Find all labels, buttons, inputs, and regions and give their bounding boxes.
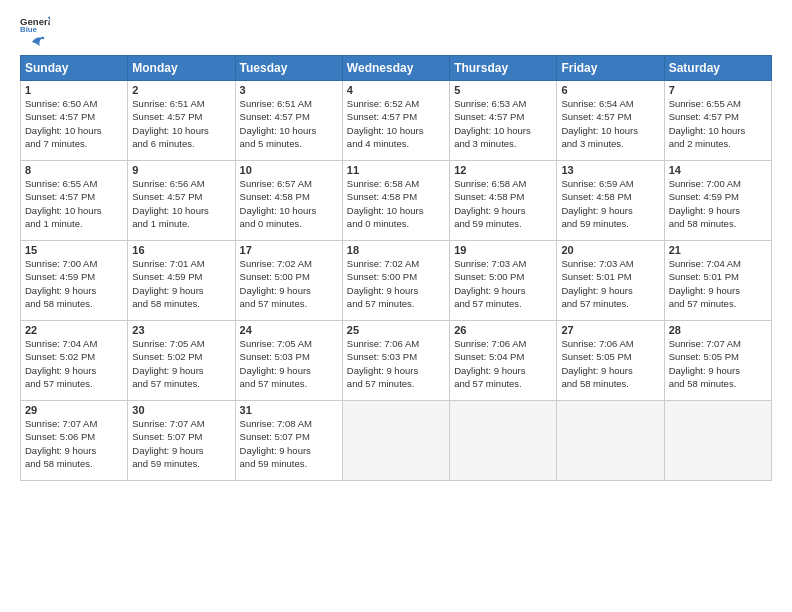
calendar-cell: 27Sunrise: 7:06 AMSunset: 5:05 PMDayligh… [557,321,664,401]
calendar-cell: 8Sunrise: 6:55 AMSunset: 4:57 PMDaylight… [21,161,128,241]
calendar-cell: 2Sunrise: 6:51 AMSunset: 4:57 PMDaylight… [128,81,235,161]
calendar-cell: 29Sunrise: 7:07 AMSunset: 5:06 PMDayligh… [21,401,128,481]
day-info: Sunrise: 7:06 AMSunset: 5:03 PMDaylight:… [347,337,445,390]
day-info: Sunrise: 7:07 AMSunset: 5:05 PMDaylight:… [669,337,767,390]
day-number: 2 [132,84,230,96]
day-info: Sunrise: 6:56 AMSunset: 4:57 PMDaylight:… [132,177,230,230]
calendar-cell: 13Sunrise: 6:59 AMSunset: 4:58 PMDayligh… [557,161,664,241]
day-number: 27 [561,324,659,336]
day-info: Sunrise: 6:52 AMSunset: 4:57 PMDaylight:… [347,97,445,150]
weekday-header-tuesday: Tuesday [235,56,342,81]
day-info: Sunrise: 6:53 AMSunset: 4:57 PMDaylight:… [454,97,552,150]
day-info: Sunrise: 7:05 AMSunset: 5:02 PMDaylight:… [132,337,230,390]
calendar-week-row: 29Sunrise: 7:07 AMSunset: 5:06 PMDayligh… [21,401,772,481]
header: General Blue [20,15,772,47]
weekday-header-row: SundayMondayTuesdayWednesdayThursdayFrid… [21,56,772,81]
calendar-cell: 30Sunrise: 7:07 AMSunset: 5:07 PMDayligh… [128,401,235,481]
day-number: 19 [454,244,552,256]
day-info: Sunrise: 7:00 AMSunset: 4:59 PMDaylight:… [669,177,767,230]
logo-bird-svg [22,35,44,49]
day-info: Sunrise: 6:59 AMSunset: 4:58 PMDaylight:… [561,177,659,230]
calendar-cell: 28Sunrise: 7:07 AMSunset: 5:05 PMDayligh… [664,321,771,401]
calendar-cell: 31Sunrise: 7:08 AMSunset: 5:07 PMDayligh… [235,401,342,481]
day-info: Sunrise: 7:04 AMSunset: 5:01 PMDaylight:… [669,257,767,310]
day-info: Sunrise: 7:03 AMSunset: 5:00 PMDaylight:… [454,257,552,310]
calendar-cell [342,401,449,481]
weekday-header-monday: Monday [128,56,235,81]
day-info: Sunrise: 7:02 AMSunset: 5:00 PMDaylight:… [240,257,338,310]
calendar-cell [450,401,557,481]
calendar-cell: 16Sunrise: 7:01 AMSunset: 4:59 PMDayligh… [128,241,235,321]
calendar-cell: 14Sunrise: 7:00 AMSunset: 4:59 PMDayligh… [664,161,771,241]
day-number: 5 [454,84,552,96]
day-info: Sunrise: 7:01 AMSunset: 4:59 PMDaylight:… [132,257,230,310]
day-number: 22 [25,324,123,336]
day-number: 26 [454,324,552,336]
day-number: 24 [240,324,338,336]
calendar-cell: 10Sunrise: 6:57 AMSunset: 4:58 PMDayligh… [235,161,342,241]
weekday-header-sunday: Sunday [21,56,128,81]
calendar-cell: 11Sunrise: 6:58 AMSunset: 4:58 PMDayligh… [342,161,449,241]
day-info: Sunrise: 6:55 AMSunset: 4:57 PMDaylight:… [25,177,123,230]
calendar-week-row: 22Sunrise: 7:04 AMSunset: 5:02 PMDayligh… [21,321,772,401]
day-number: 12 [454,164,552,176]
calendar-cell: 9Sunrise: 6:56 AMSunset: 4:57 PMDaylight… [128,161,235,241]
day-number: 25 [347,324,445,336]
calendar-cell: 6Sunrise: 6:54 AMSunset: 4:57 PMDaylight… [557,81,664,161]
calendar-cell: 17Sunrise: 7:02 AMSunset: 5:00 PMDayligh… [235,241,342,321]
day-number: 1 [25,84,123,96]
weekday-header-thursday: Thursday [450,56,557,81]
day-number: 4 [347,84,445,96]
weekday-header-friday: Friday [557,56,664,81]
day-info: Sunrise: 6:58 AMSunset: 4:58 PMDaylight:… [454,177,552,230]
logo-icon: General Blue [20,15,50,33]
day-number: 11 [347,164,445,176]
day-number: 29 [25,404,123,416]
calendar-week-row: 1Sunrise: 6:50 AMSunset: 4:57 PMDaylight… [21,81,772,161]
day-number: 23 [132,324,230,336]
day-info: Sunrise: 7:00 AMSunset: 4:59 PMDaylight:… [25,257,123,310]
calendar-week-row: 8Sunrise: 6:55 AMSunset: 4:57 PMDaylight… [21,161,772,241]
day-number: 10 [240,164,338,176]
calendar-cell: 26Sunrise: 7:06 AMSunset: 5:04 PMDayligh… [450,321,557,401]
calendar-cell: 1Sunrise: 6:50 AMSunset: 4:57 PMDaylight… [21,81,128,161]
day-number: 3 [240,84,338,96]
page: General Blue SundayMondayTuesdayWednesda… [0,0,792,612]
calendar-week-row: 15Sunrise: 7:00 AMSunset: 4:59 PMDayligh… [21,241,772,321]
day-info: Sunrise: 6:55 AMSunset: 4:57 PMDaylight:… [669,97,767,150]
day-number: 13 [561,164,659,176]
day-number: 9 [132,164,230,176]
day-info: Sunrise: 7:05 AMSunset: 5:03 PMDaylight:… [240,337,338,390]
day-number: 6 [561,84,659,96]
day-info: Sunrise: 7:03 AMSunset: 5:01 PMDaylight:… [561,257,659,310]
calendar-cell: 5Sunrise: 6:53 AMSunset: 4:57 PMDaylight… [450,81,557,161]
calendar-cell: 19Sunrise: 7:03 AMSunset: 5:00 PMDayligh… [450,241,557,321]
day-number: 17 [240,244,338,256]
weekday-header-saturday: Saturday [664,56,771,81]
calendar-cell: 15Sunrise: 7:00 AMSunset: 4:59 PMDayligh… [21,241,128,321]
day-number: 14 [669,164,767,176]
day-info: Sunrise: 6:50 AMSunset: 4:57 PMDaylight:… [25,97,123,150]
day-number: 7 [669,84,767,96]
day-number: 20 [561,244,659,256]
calendar-cell: 24Sunrise: 7:05 AMSunset: 5:03 PMDayligh… [235,321,342,401]
day-number: 30 [132,404,230,416]
day-info: Sunrise: 7:07 AMSunset: 5:06 PMDaylight:… [25,417,123,470]
day-number: 28 [669,324,767,336]
day-info: Sunrise: 6:54 AMSunset: 4:57 PMDaylight:… [561,97,659,150]
calendar-cell: 3Sunrise: 6:51 AMSunset: 4:57 PMDaylight… [235,81,342,161]
day-info: Sunrise: 6:51 AMSunset: 4:57 PMDaylight:… [132,97,230,150]
day-info: Sunrise: 7:08 AMSunset: 5:07 PMDaylight:… [240,417,338,470]
weekday-header-wednesday: Wednesday [342,56,449,81]
calendar-cell: 18Sunrise: 7:02 AMSunset: 5:00 PMDayligh… [342,241,449,321]
calendar-cell: 21Sunrise: 7:04 AMSunset: 5:01 PMDayligh… [664,241,771,321]
day-number: 8 [25,164,123,176]
day-info: Sunrise: 6:58 AMSunset: 4:58 PMDaylight:… [347,177,445,230]
calendar-cell [664,401,771,481]
calendar-cell: 23Sunrise: 7:05 AMSunset: 5:02 PMDayligh… [128,321,235,401]
day-info: Sunrise: 7:06 AMSunset: 5:04 PMDaylight:… [454,337,552,390]
day-info: Sunrise: 7:04 AMSunset: 5:02 PMDaylight:… [25,337,123,390]
day-number: 18 [347,244,445,256]
svg-text:Blue: Blue [20,25,38,33]
calendar-cell: 12Sunrise: 6:58 AMSunset: 4:58 PMDayligh… [450,161,557,241]
